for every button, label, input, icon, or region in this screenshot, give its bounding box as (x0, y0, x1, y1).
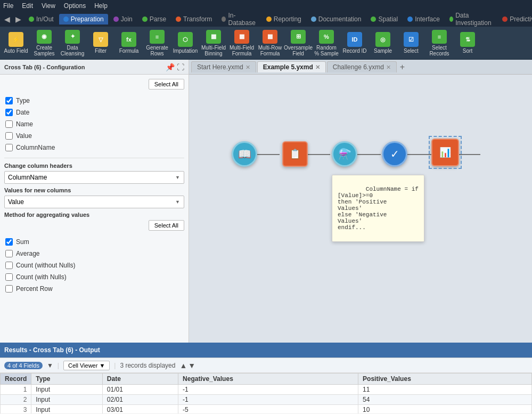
tab-label-10: Data Investigation (455, 12, 493, 27)
menu-edit[interactable]: Edit (22, 2, 33, 10)
tool-btn-generate-rows[interactable]: ≡Generate Rows (143, 29, 171, 58)
cell-r0-c1: Input (31, 385, 102, 395)
tool-label-7: Multi-Field Binning (201, 45, 226, 56)
field-label-3: Value (16, 132, 32, 140)
module-tab-spatial[interactable]: Spatial (366, 14, 402, 25)
select-all-button[interactable]: Select All (149, 79, 184, 90)
canvas-tab-example-close[interactable]: ✕ (315, 64, 320, 71)
cell-r2-c1: Input (31, 405, 102, 414)
tool-btn-select-records[interactable]: ≡Select Records (425, 29, 453, 58)
module-tab-documentation[interactable]: Documentation (307, 14, 366, 25)
module-tab-in/out[interactable]: In/Out (24, 14, 58, 25)
tool-label-6: Imputation (173, 48, 198, 54)
module-tab-predictive[interactable]: Predictive (498, 14, 532, 25)
panel-header: Cross Tab (6) - Configuration 📌 ⛶ (0, 60, 189, 75)
tool-btn-random-%-sample[interactable]: %Random % Sample (313, 29, 340, 58)
sort-up-icon[interactable]: ▲ (179, 361, 187, 370)
menu-help[interactable]: Help (94, 2, 108, 10)
new-columns-select[interactable]: Value (4, 196, 184, 208)
node-multirow[interactable]: 📋 (282, 141, 308, 167)
menu-view[interactable]: View (42, 2, 55, 10)
tab-dot-6 (266, 17, 272, 22)
tool-btn-sample[interactable]: ◎Sample (369, 29, 397, 58)
module-tab-interface[interactable]: Interface (403, 14, 444, 25)
tool-btn-imputation[interactable]: ⬡Imputation (171, 29, 199, 58)
new-tab-button[interactable]: + (398, 62, 407, 72)
cell-r2-c3: -5 (178, 405, 358, 414)
node-crosstab[interactable]: 📊 (431, 139, 459, 166)
table-row: 2Input02/01-154 (1, 395, 532, 405)
expand-icon[interactable]: ⛶ (177, 63, 184, 71)
cell-r1-c0: 2 (1, 395, 31, 405)
tool-btn-oversample-field[interactable]: ⊞Oversample Field (284, 29, 312, 58)
tool-label-13: Sample (374, 48, 392, 54)
canvas-tab-start[interactable]: Start Here.yxmd ✕ (191, 61, 256, 72)
nav-prev[interactable]: ◀ (2, 15, 12, 23)
column-headers-select[interactable]: ColumnName (4, 171, 184, 184)
agg-checkbox-count-(without-nulls)[interactable] (5, 262, 13, 269)
results-bar: Results - Cross Tab (6) - Output (0, 343, 532, 358)
col-header-negative_values[interactable]: Negative_Values (178, 374, 358, 385)
tool-btn-record-id[interactable]: IDRecord ID (341, 29, 369, 58)
module-tab-join[interactable]: Join (109, 14, 137, 25)
agg-checkbox-sum[interactable] (5, 238, 13, 246)
field-checkbox-name[interactable] (5, 120, 13, 128)
tab-dot-0 (29, 17, 34, 22)
canvas-tab-example[interactable]: Example 5.yxmd ✕ (257, 61, 326, 72)
node-input[interactable]: 📖 (232, 141, 257, 167)
tool-btn-multi-field-binning[interactable]: ▦Multi-Field Binning (200, 29, 227, 58)
canvas-tab-start-close[interactable]: ✕ (245, 64, 250, 71)
menu-file[interactable]: File (3, 2, 13, 10)
col-header-type[interactable]: Type (31, 374, 102, 385)
agg-checkbox-average[interactable] (5, 250, 13, 257)
cell-viewer-button[interactable]: Cell Viewer ▼ (63, 361, 110, 370)
col-header-positive_values[interactable]: Positive_Values (358, 374, 532, 385)
module-tab-transform[interactable]: Transform (171, 14, 216, 25)
tool-btn-select[interactable]: ☑Select (397, 29, 425, 58)
node-select[interactable]: ✓ (382, 141, 407, 167)
agg-checkbox-count-(with-nulls)[interactable] (5, 273, 13, 281)
tool-btn-auto-field[interactable]: ⚡Auto Field (2, 29, 30, 58)
left-panel: Cross Tab (6) - Configuration 📌 ⛶ Select… (0, 60, 189, 343)
results-area: 4 of 4 Fields ▼ | Cell Viewer ▼ | 3 reco… (0, 358, 532, 413)
node-formula[interactable]: ⚗️ (332, 141, 357, 167)
module-tab-data-investigation[interactable]: Data Investigation (445, 10, 497, 28)
tool-btn-filter[interactable]: ▽Filter (87, 29, 114, 58)
tool-btn-formula[interactable]: fxFormula (115, 29, 143, 58)
agg-checkbox-percent-row[interactable] (5, 285, 13, 293)
tool-btn-create-samples[interactable]: ◉Create Samples (30, 29, 58, 58)
cell-r1-c1: Input (31, 395, 102, 405)
canvas-tab-challenge-close[interactable]: ✕ (386, 64, 391, 71)
field-label-4: ColumnName (16, 144, 55, 151)
canvas-content[interactable]: 📖 📋 ⚗️ ✓ (189, 75, 532, 343)
col-header-date[interactable]: Date (102, 374, 178, 385)
field-checkbox-columnname[interactable] (5, 144, 13, 151)
tool-icon-9: ▦ (263, 30, 277, 44)
tool-icon-1: ◉ (37, 30, 52, 44)
canvas-tab-challenge[interactable]: Challenge 6.yxmd ✕ (327, 61, 397, 72)
canvas-tabs: Start Here.yxmd ✕ Example 5.yxmd ✕ Chall… (189, 60, 532, 75)
tool-btn-multi-row-formula[interactable]: ▦Multi-Row Formula (256, 29, 284, 58)
module-tab-preparation[interactable]: Preparation (59, 14, 108, 25)
fields-dropdown-icon[interactable]: ▼ (47, 362, 53, 369)
field-checkbox-type[interactable] (5, 97, 13, 104)
cell-r1-c3: -1 (178, 395, 358, 405)
column-headers-dropdown-wrapper: ColumnName (4, 171, 184, 184)
pin-icon[interactable]: 📌 (166, 63, 175, 71)
tool-btn-multi-field-formula[interactable]: ▦Multi-Field Formula (228, 29, 256, 58)
module-tab-parse[interactable]: Parse (138, 14, 170, 25)
sort-down-icon[interactable]: ▼ (188, 361, 195, 370)
module-tab-in-database[interactable]: In-Database (217, 10, 260, 28)
field-checkbox-row-3: Value (4, 130, 184, 142)
menu-options[interactable]: Options (64, 2, 86, 10)
tool-btn-sort[interactable]: ⇅Sort (454, 29, 481, 58)
tool-btn-data-cleansing[interactable]: ✦Data Cleansing (59, 29, 86, 58)
formula-tooltip: ColumnName = if [Value]>=0 then 'Positiv… (332, 175, 424, 242)
nav-next[interactable]: ▶ (13, 15, 23, 23)
module-tab-reporting[interactable]: Reporting (262, 14, 306, 25)
col-header-record[interactable]: Record (1, 374, 31, 385)
field-checkbox-date[interactable] (5, 109, 13, 116)
select-all-agg-button[interactable]: Select All (149, 220, 184, 231)
tool-icon-8: ▦ (234, 30, 249, 44)
field-checkbox-value[interactable] (5, 132, 13, 140)
